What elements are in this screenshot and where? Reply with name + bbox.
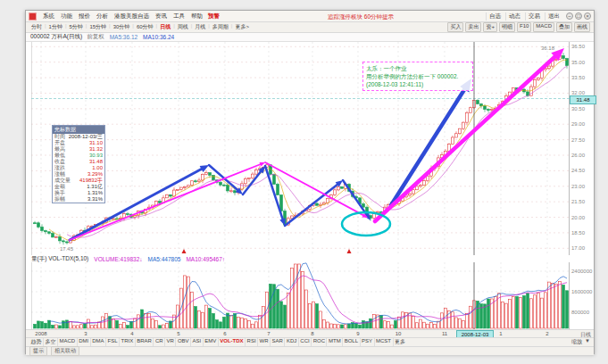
volume-axis-label: 1600000 [571,289,592,294]
price-axis-label: 27.50 [571,137,585,143]
window-controls: −□× [566,12,591,20]
close-button[interactable]: × [584,12,591,20]
adjust-mode[interactable]: 前复权 [87,33,104,41]
period-tab-多周期[interactable]: 多周期 [211,23,230,31]
trade-button-1[interactable]: 卖出 [465,22,481,32]
indicator-tab-VOL-TDX[interactable]: VOL-TDX [218,338,245,346]
indicator-tab-OBV[interactable]: OBV [175,338,190,346]
indicator-tab-MTM[interactable]: MTM [326,338,342,346]
indicator-tab-MACD[interactable]: MACD [57,338,77,346]
tooltip-row-value: 1.00 [92,165,103,171]
minimize-button[interactable]: − [566,12,573,20]
menu-item-alert[interactable]: 预警 [205,12,222,21]
period-tab-周线[interactable]: 周线 [176,23,190,31]
menu-item-5[interactable]: 资讯 [153,12,170,19]
indicator-tab-KDJ[interactable]: KDJ [284,338,297,346]
tooltip-row: 涨幅3.29% [53,171,104,178]
quick-link-3[interactable]: 退出 [545,12,562,21]
ma5-line [49,60,567,241]
indicator-tab-PSY[interactable]: PSY [360,338,374,346]
indicator-tab-EMV[interactable]: EMV [203,338,218,346]
period-tab-日线[interactable]: 日线 [158,23,172,31]
period-separator: | [45,23,46,31]
indicator-tabs: 趋势多空MACDDMIDMAFSLTRIXBRARCRVROBVASIEMVVO… [29,338,407,346]
indicator-tab-WR[interactable]: WR [257,338,270,346]
volume-axis-label: 2400000 [571,269,592,274]
indicator-tab-TRIX[interactable]: TRIX [119,338,135,346]
tooltip-row-value: 419832手 [79,178,103,184]
indicator-tab-CCI[interactable]: CCI [298,338,311,346]
low-price-label: 17.45 [60,246,74,252]
trade-button-6[interactable]: 叠加 [556,22,572,32]
indicator-tab-BRAR[interactable]: BRAR [135,338,154,346]
period-separator: | [231,23,233,31]
indicator-tab-RSI[interactable]: RSI [245,338,257,346]
price-axis-label: 29.00 [571,121,585,127]
indicator-tab-BOLL[interactable]: BOLL [342,338,359,346]
menu-item-0[interactable]: 系统 [40,12,57,19]
caret-down-icon[interactable]: ▼ [585,338,590,346]
indicator-tab-FSL[interactable]: FSL [105,338,119,346]
period-tab-5分钟[interactable]: 5分钟 [67,23,84,31]
indicator-tab-DMA[interactable]: DMA [90,338,105,346]
period-tab-60分钟[interactable]: 60分钟 [135,23,155,31]
quick-link-0[interactable]: 自选 [486,12,504,21]
price-axis-label: 36.50 [571,44,585,49]
period-tab-30分钟[interactable]: 30分钟 [112,23,132,31]
indicator-tab-DMI[interactable]: DMI [77,338,90,346]
volume-axis-label: 800000 [571,310,589,315]
period-tab-更多>[interactable]: 更多> [233,23,251,31]
tooltip-row-label: 涨幅 [54,171,65,178]
indicator-tab-bar: 趋势多空MACDDMIDMAFSLTRIXBRARCRVROBVASIEMVVO… [26,337,594,346]
indicator-tab-MCST[interactable]: MCST [374,338,393,346]
period-tab-15分钟[interactable]: 15分钟 [87,23,108,31]
indicator-tab-多空[interactable]: 多空 [43,338,57,346]
menu-items: 系统功能报价分析港股美股自选资讯工具帮助 [40,12,205,21]
indicator-tab-更多[interactable]: 更多 [393,338,407,346]
volume-chart[interactable] [31,262,570,329]
menu-item-7[interactable]: 帮助 [188,12,205,19]
trade-button-3[interactable]: 明细 [499,22,515,32]
tooltip-row: 最高31.32 [53,146,104,153]
quick-link-1[interactable]: 动态 [505,12,523,21]
menu-item-4[interactable]: 港股美股自选 [112,12,152,19]
period-tab-月线[interactable]: 月线 [193,23,207,31]
candlestick-chart[interactable]: 17.4536.18 [31,42,570,255]
maximize-button[interactable]: □ [575,12,582,20]
indicator-tab-VR[interactable]: VR [164,338,175,346]
menu-item-2[interactable]: 报价 [76,12,93,19]
trade-button-2[interactable]: 资+ [483,22,497,32]
menu-item-6[interactable]: 工具 [171,12,187,19]
period-tab-1分钟[interactable]: 1分钟 [47,23,64,31]
period-separator: | [65,23,67,31]
indicator-tab-ASI[interactable]: ASI [190,338,203,346]
menu-item-1[interactable]: 功能 [58,12,75,19]
app-window: 系统功能报价分析港股美股自选资讯工具帮助 预警 追踪涨停板块 60分钟提示 自选… [25,10,595,354]
cursor-data-tooltip: 光标数据 时间2008-12-03/三开盘31.10最高31.32最低30.93… [52,125,105,203]
ma10-value: MA10:36.24 [143,34,174,40]
stock-title: 000002 万科A(日线) [30,33,82,41]
tooltip-row-value: 31.10 [89,140,103,146]
tooltip-title[interactable]: 光标数据 [53,126,104,134]
indicator-tab-CR[interactable]: CR [153,338,164,346]
ma5-value: MA5:36.12 [110,34,137,40]
trade-button-5[interactable]: MACD [533,22,554,32]
status-item-0[interactable]: 提示 [29,346,47,356]
trade-button-0[interactable]: 买入 [447,22,463,32]
menu-item-3[interactable]: 分析 [94,12,111,19]
zoom-button[interactable]: 缩放 [571,338,582,346]
tooltip-row-label: 最高 [54,146,65,153]
tooltip-row-label: 收盘 [54,159,65,165]
indicator-tab-SAR[interactable]: SAR [270,338,284,346]
date-label: 7 [258,331,279,336]
annotation-line: 太乐：一个作业 [366,64,470,72]
annotation-note[interactable]: 太乐：一个作业用分析举例的方法分析一下 000002.(2008-12-03 1… [362,62,473,91]
trade-button-7[interactable]: 画线 [574,22,590,32]
period-tab-分时[interactable]: 分时 [29,23,44,31]
quick-link-2[interactable]: 交易 [525,12,543,21]
indicator-tab-ROC[interactable]: ROC [311,338,326,346]
tooltip-row-label: 最低 [54,153,65,159]
trade-button-4[interactable]: F10 [517,22,531,32]
indicator-tab-趋势[interactable]: 趋势 [29,338,43,346]
status-item-1[interactable]: 相关联动 [51,346,79,356]
